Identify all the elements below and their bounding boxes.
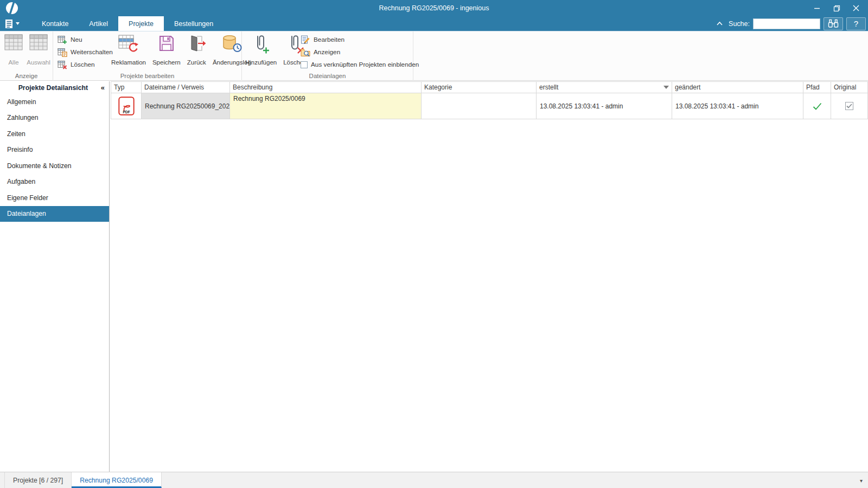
sort-descending-icon[interactable] (663, 86, 669, 89)
binoculars-icon (828, 19, 839, 28)
column-header-original[interactable]: Original (831, 82, 868, 93)
pdf-file-icon: PDF (118, 96, 135, 116)
sidebar-item-allgemein[interactable]: Allgemein (0, 94, 109, 110)
group-label-dateianlagen: Dateianlagen (242, 73, 413, 79)
original-checkbox[interactable] (845, 102, 853, 110)
cell-erstellt[interactable]: 13.08.2025 13:03:41 - admin (537, 93, 672, 119)
app-menu-icon (5, 19, 14, 29)
ribbon: Alle Auswahl Anzeige Neu (0, 31, 868, 81)
anzeigen-label: Anzeigen (314, 48, 340, 56)
neu-label: Neu (71, 36, 82, 43)
checkbox-check-icon (846, 104, 852, 108)
column-header-beschreibung[interactable]: Beschreibung (230, 82, 422, 93)
svg-text:PDF: PDF (123, 110, 130, 114)
tab-list-dropdown-icon[interactable]: ▾ (860, 472, 863, 488)
sidebar-item-eigene-felder[interactable]: Eigene Felder (0, 190, 109, 206)
restore-button[interactable] (827, 0, 846, 16)
weiterschalten-button[interactable]: Weiterschalten (58, 47, 113, 57)
group-label-projekte-bearbeiten: Projekte bearbeiten (53, 73, 241, 79)
neu-button[interactable]: Neu (58, 34, 82, 45)
ribbon-group-anzeige: Alle Auswahl Anzeige (0, 31, 53, 81)
edit-document-icon (301, 35, 310, 44)
bottom-tab-rechnung[interactable]: Rechnung RG2025/0069 (72, 472, 162, 488)
column-header-dateiname[interactable]: Dateiname / Verweis (142, 82, 230, 93)
ribbon-tab-row: Kontakte Artikel Projekte Bestellungen S… (0, 16, 868, 31)
sidebar-collapse-icon[interactable]: « (101, 84, 105, 92)
cell-kategorie[interactable] (422, 93, 537, 119)
weiterschalten-label: Weiterschalten (71, 48, 113, 56)
search-input[interactable] (753, 18, 820, 29)
bottom-tab-bar: Projekte [6 / 297] Rechnung RG2025/0069 … (0, 472, 868, 488)
application-menu-button[interactable] (0, 16, 24, 31)
alle-button[interactable]: Alle (3, 34, 24, 66)
paperclip-add-icon (251, 34, 271, 54)
projekt-loeschen-button[interactable]: Löschen (58, 59, 95, 70)
sidebar-item-dokumente-notizen[interactable]: Dokumente & Notizen (0, 158, 109, 174)
sidebar-title: Projekte Detailansicht (5, 84, 101, 92)
attachments-table: Typ Dateiname / Verweis Beschreibung Kat… (111, 81, 868, 119)
column-header-kategorie[interactable]: Kategorie (422, 82, 537, 93)
column-header-erstellt[interactable]: erstellt (537, 82, 672, 93)
tab-artikel[interactable]: Artikel (79, 16, 118, 31)
sidebar-item-aufgaben[interactable]: Aufgaben (0, 174, 109, 190)
close-button[interactable] (846, 0, 866, 16)
table-row[interactable]: PDF Rechnung RG20250069_20250... Rechnun… (111, 93, 868, 119)
hinzufuegen-button[interactable]: Hinzufügen (244, 34, 278, 66)
column-header-pfad[interactable]: Pfad (803, 82, 831, 93)
speichern-button[interactable]: Speichern (151, 34, 182, 66)
reklamation-button[interactable]: Reklamation (110, 34, 148, 66)
title-bar: Rechnung RG2025/0069 - ingenious (0, 0, 868, 16)
ribbon-group-dateianlagen: Hinzufügen Löschen Bearbeiten (242, 31, 413, 81)
search-button[interactable] (824, 17, 843, 30)
search-label: Suche: (729, 20, 750, 28)
cell-original[interactable] (831, 93, 868, 119)
speichern-label: Speichern (152, 59, 181, 66)
chevron-up-icon (717, 22, 723, 25)
auswahl-button[interactable]: Auswahl (25, 34, 52, 66)
cell-pfad[interactable] (803, 93, 831, 119)
verknuepfte-projekte-checkbox-row[interactable]: Aus verknüpften Projekten einblenden (301, 59, 419, 70)
checkmark-icon (813, 102, 822, 110)
ribbon-group-projekte-bearbeiten: Neu Weiterschalten Löschen (53, 31, 242, 81)
tab-bestellungen[interactable]: Bestellungen (164, 16, 224, 31)
hinzufuegen-label: Hinzufügen (245, 59, 277, 66)
cell-geaendert[interactable]: 13.08.2025 13:03:41 - admin (672, 93, 803, 119)
table-header-row: Typ Dateiname / Verweis Beschreibung Kat… (111, 81, 868, 93)
table-grid-icon (29, 34, 48, 50)
bottom-tab-projekte[interactable]: Projekte [6 / 297] (4, 472, 72, 488)
app-menu-caret-icon (16, 22, 20, 25)
help-button[interactable]: ? (846, 17, 866, 30)
zurueck-button[interactable]: Zurück (186, 34, 208, 66)
sidebar-item-dateianlagen[interactable]: Dateianlagen (0, 206, 109, 222)
projekt-loeschen-label: Löschen (71, 61, 95, 68)
floppy-save-icon (157, 34, 176, 53)
sidebar-item-preisinfo[interactable]: Preisinfo (0, 142, 109, 158)
table-grid-icon (4, 34, 23, 50)
sidebar-header: Projekte Detailansicht « (0, 81, 109, 94)
table-refresh-icon (118, 34, 138, 53)
cell-dateiname[interactable]: Rechnung RG20250069_20250... (142, 93, 230, 119)
database-clock-icon (221, 34, 242, 53)
column-header-geaendert[interactable]: geändert (672, 82, 803, 93)
minimize-button[interactable] (807, 0, 827, 16)
anzeigen-button[interactable]: Anzeigen (301, 47, 340, 57)
zurueck-label: Zurück (187, 59, 206, 66)
verknuepfte-projekte-label: Aus verknüpften Projekten einblenden (311, 61, 419, 68)
verknuepfte-projekte-checkbox[interactable] (301, 61, 308, 68)
cell-beschreibung[interactable]: Rechnung RG2025/0069 (230, 93, 422, 119)
column-header-typ[interactable]: Typ (111, 82, 142, 93)
sidebar-item-zeiten[interactable]: Zeiten (0, 126, 109, 142)
table-forward-icon (58, 48, 67, 57)
sidebar-item-zahlungen[interactable]: Zahlungen (0, 110, 109, 126)
help-icon: ? (854, 19, 858, 28)
bearbeiten-button[interactable]: Bearbeiten (301, 34, 344, 45)
auswahl-label: Auswahl (27, 59, 50, 66)
window-title: Rechnung RG2025/0069 - ingenious (0, 0, 868, 16)
tab-projekte[interactable]: Projekte (118, 16, 164, 31)
sidebar-projekte-detailansicht: Projekte Detailansicht « Allgemein Zahlu… (0, 81, 110, 472)
collapse-ribbon-button[interactable] (713, 18, 725, 30)
tab-kontakte[interactable]: Kontakte (31, 16, 79, 31)
bearbeiten-label: Bearbeiten (314, 36, 344, 43)
cell-typ[interactable]: PDF (111, 93, 142, 119)
table-new-icon (58, 35, 67, 44)
